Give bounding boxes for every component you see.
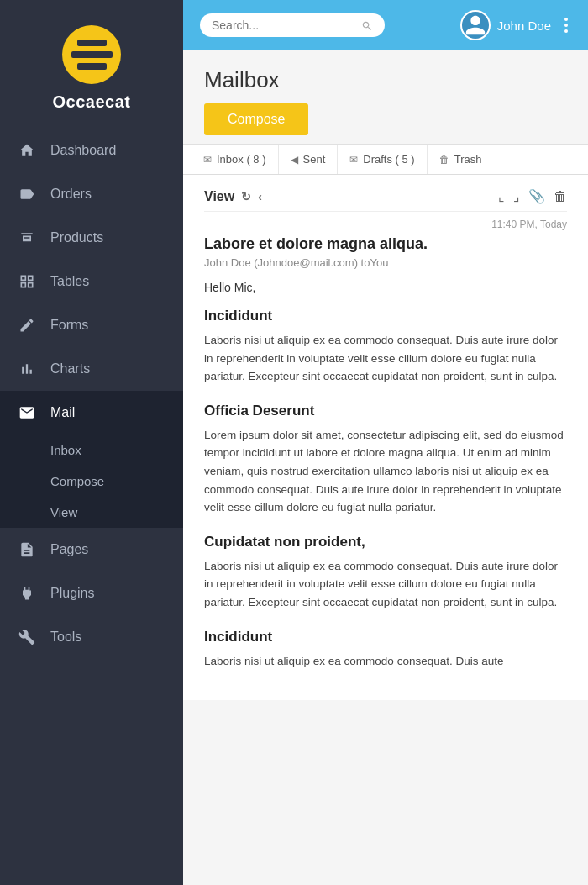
- mail-section-title-3: Cupidatat non proident,: [204, 534, 567, 550]
- sidebar-item-pages[interactable]: Pages: [0, 528, 183, 572]
- logo-text: Occaecat: [53, 92, 131, 112]
- sidebar-item-tools[interactable]: Tools: [0, 615, 183, 659]
- grid-icon: [17, 271, 37, 292]
- sidebar-item-dashboard-label: Dashboard: [50, 143, 116, 158]
- mail-section-body-3: Laboris nisi ut aliquip ex ea commodo co…: [204, 557, 567, 612]
- tag-icon: [17, 184, 37, 204]
- sidebar-item-pages-label: Pages: [50, 542, 88, 557]
- sidebar-subitem-inbox[interactable]: Inbox: [0, 435, 183, 466]
- topbar: John Doe: [183, 0, 588, 50]
- edit-icon: [17, 315, 37, 335]
- mail-section-title-1: Incididunt: [204, 308, 567, 324]
- mail-timestamp: 11:40 PM, Today: [204, 219, 567, 230]
- sidebar-item-charts-label: Charts: [50, 361, 90, 377]
- sidebar-item-mail-label: Mail: [50, 405, 75, 420]
- sidebar-item-dashboard[interactable]: Dashboard: [0, 129, 183, 172]
- mail-section-body-2: Lorem ipsum dolor sit amet, consectetur …: [204, 426, 567, 517]
- avatar: [460, 10, 491, 40]
- dot-1: [564, 18, 568, 21]
- inbox-icon: ✉: [203, 154, 212, 166]
- logo-stripe-2: [71, 51, 113, 58]
- user-info: John Doe: [460, 10, 551, 40]
- compose-button[interactable]: Compose: [204, 103, 308, 135]
- refresh-icon[interactable]: ↻: [241, 190, 251, 203]
- mail-view-title: View ↻ ‹: [204, 189, 262, 204]
- bar-chart-icon: [17, 359, 37, 379]
- search-input[interactable]: [212, 18, 354, 32]
- sidebar-item-forms[interactable]: Forms: [0, 303, 183, 347]
- view-label: View: [204, 189, 234, 204]
- corner-icon-2[interactable]: ⌟: [513, 188, 520, 204]
- sidebar-subitem-view[interactable]: View: [0, 497, 183, 528]
- tab-trash-label: Trash: [454, 153, 482, 166]
- main-content: John Doe Mailbox Compose ✉ Inbox ( 8 ) ◀…: [183, 0, 588, 885]
- trash-icon: 🗑: [439, 154, 449, 166]
- dot-3: [564, 29, 568, 33]
- sidebar-nav: Dashboard Orders Products Tables: [0, 129, 183, 885]
- sidebar-item-plugins[interactable]: Plugins: [0, 572, 183, 615]
- paperclip-icon[interactable]: 📎: [528, 188, 545, 204]
- tab-sent[interactable]: ◀ Sent: [279, 145, 339, 174]
- logo-icon: [62, 25, 121, 84]
- page-title: Mailbox: [204, 67, 567, 93]
- home-icon: [17, 140, 37, 161]
- more-menu-button[interactable]: [561, 14, 571, 36]
- search-icon: [361, 18, 373, 32]
- sent-icon: ◀: [291, 154, 298, 166]
- mail-view-header: View ↻ ‹ ⌞ ⌟ 📎 🗑: [204, 188, 567, 212]
- search-box[interactable]: [200, 13, 385, 37]
- mail-from: John Doe (Johndoe@mail.com) toYou: [204, 256, 567, 269]
- delete-icon[interactable]: 🗑: [554, 189, 567, 204]
- sidebar-item-forms-label: Forms: [50, 318, 88, 333]
- content-area: Mailbox Compose ✉ Inbox ( 8 ) ◀ Sent ✉ D…: [183, 50, 588, 885]
- mail-section-body-1: Laboris nisi ut aliquip ex ea commodo co…: [204, 331, 567, 386]
- sidebar-item-orders[interactable]: Orders: [0, 172, 183, 216]
- drafts-icon: ✉: [349, 154, 358, 166]
- sidebar-item-tools-label: Tools: [50, 630, 81, 645]
- box-icon: [17, 228, 37, 248]
- wrench-icon: [17, 627, 37, 647]
- tab-drafts[interactable]: ✉ Drafts ( 5 ): [338, 145, 427, 174]
- mail-submenu: Inbox Compose View: [0, 435, 183, 528]
- mail-view: View ↻ ‹ ⌞ ⌟ 📎 🗑 11:40 PM, Today Labore …: [183, 175, 588, 700]
- mail-section-body-4: Laboris nisi ut aliquip ex ea commodo co…: [204, 652, 567, 671]
- tab-inbox-label: Inbox ( 8 ): [217, 153, 266, 166]
- sidebar-item-products[interactable]: Products: [0, 216, 183, 260]
- sidebar-item-tables[interactable]: Tables: [0, 260, 183, 303]
- logo-stripe-1: [77, 40, 107, 46]
- sidebar: Occaecat Dashboard Orders Products: [0, 0, 183, 885]
- sidebar-item-charts[interactable]: Charts: [0, 347, 183, 391]
- sidebar-item-tables-label: Tables: [50, 274, 89, 289]
- mail-subject: Labore et dolore magna aliqua.: [204, 235, 567, 253]
- back-icon[interactable]: ‹: [258, 190, 262, 203]
- dot-2: [564, 24, 568, 27]
- content-header: Mailbox Compose: [183, 50, 588, 145]
- sidebar-item-mail[interactable]: Mail: [0, 391, 183, 435]
- mail-greeting: Hello Mic,: [204, 281, 567, 294]
- mail-tabs: ✉ Inbox ( 8 ) ◀ Sent ✉ Drafts ( 5 ) 🗑 Tr…: [183, 145, 588, 175]
- corner-icon-1[interactable]: ⌞: [498, 188, 505, 204]
- sidebar-item-orders-label: Orders: [50, 187, 92, 202]
- sidebar-item-products-label: Products: [50, 230, 103, 245]
- tab-inbox[interactable]: ✉ Inbox ( 8 ): [192, 145, 279, 174]
- logo-stripe-3: [77, 63, 107, 70]
- sidebar-subitem-compose[interactable]: Compose: [0, 466, 183, 497]
- sidebar-item-plugins-label: Plugins: [50, 586, 94, 601]
- user-name: John Doe: [497, 18, 551, 33]
- mail-section-title-2: Officia Deserunt: [204, 403, 567, 419]
- file-icon: [17, 540, 37, 560]
- mail-section-title-4: Incididunt: [204, 629, 567, 645]
- tab-drafts-label: Drafts ( 5 ): [363, 153, 414, 166]
- tab-trash[interactable]: 🗑 Trash: [428, 145, 494, 174]
- plug-icon: [17, 583, 37, 603]
- topbar-right: John Doe: [460, 10, 571, 40]
- tab-sent-label: Sent: [303, 153, 326, 166]
- mail-icon: [17, 403, 37, 423]
- mail-view-actions: ⌞ ⌟ 📎 🗑: [498, 188, 567, 204]
- logo-area: Occaecat: [0, 0, 183, 129]
